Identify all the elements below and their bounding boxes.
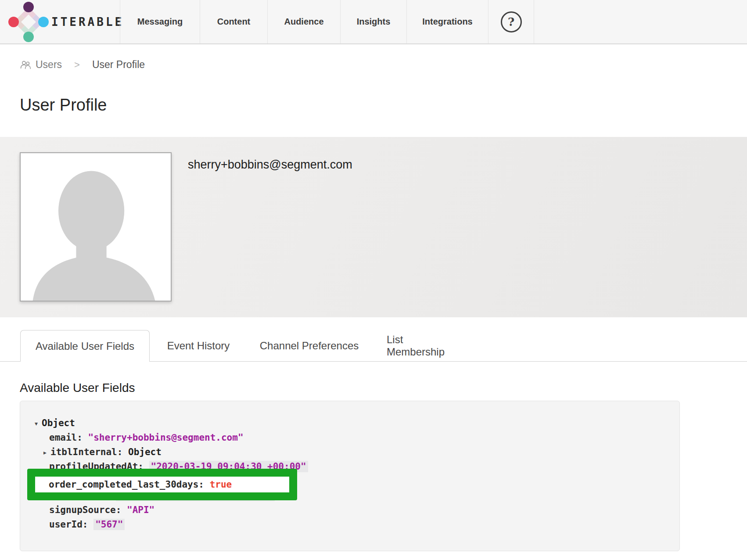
tree-line-email: email: "sherry+bobbins@segment.com"	[20, 431, 679, 445]
section-heading: Available User Fields	[20, 381, 135, 395]
tab-event-history[interactable]: Event History	[165, 330, 232, 361]
person-silhouette-icon	[21, 153, 171, 301]
breadcrumb-users-link[interactable]: Users	[20, 59, 62, 71]
user-profile-page: ITERABLE Messaging Content Audience Insi…	[0, 0, 747, 560]
logo-dot-red	[8, 17, 19, 27]
tab-channel-preferences[interactable]: Channel Preferences	[256, 330, 362, 361]
tree-line-signupsource: signupSource: "API"	[20, 503, 679, 517]
help-button[interactable]: ?	[488, 0, 534, 43]
chevron-right-icon: >	[74, 59, 80, 71]
top-nav: ITERABLE Messaging Content Audience Insi…	[0, 0, 747, 44]
nav-item-messaging[interactable]: Messaging	[120, 0, 200, 43]
breadcrumb-current: User Profile	[92, 59, 145, 71]
tree-line-object-root: ▾Object	[20, 416, 679, 431]
tree-line-userid: userId: "567"	[20, 517, 679, 532]
tree-line-itblinternal: ▸itblInternal: Object	[20, 445, 679, 459]
logo-dot-blue	[38, 17, 49, 27]
brand-logo[interactable]: ITERABLE	[0, 0, 120, 43]
help-icon: ?	[501, 11, 522, 32]
iterable-logo-icon	[11, 4, 46, 39]
collapse-arrow-icon[interactable]: ▾	[35, 416, 38, 431]
highlighted-field-line: order_completed_last_30days: true	[35, 477, 289, 492]
nav-item-insights[interactable]: Insights	[340, 0, 406, 43]
nav-item-audience[interactable]: Audience	[267, 0, 340, 43]
users-icon	[20, 60, 32, 69]
expand-arrow-icon[interactable]: ▸	[43, 445, 47, 460]
highlight-annotation-box: order_completed_last_30days: true	[27, 469, 297, 500]
user-email: sherry+bobbins@segment.com	[188, 158, 352, 172]
tab-list-membership[interactable]: List Membership	[387, 330, 462, 361]
avatar	[20, 152, 172, 302]
nav-item-content[interactable]: Content	[200, 0, 267, 43]
breadcrumb-users-label: Users	[36, 59, 62, 71]
logo-dot-purple	[23, 2, 34, 12]
logo-dot-teal	[23, 32, 34, 42]
nav-item-integrations[interactable]: Integrations	[406, 0, 488, 43]
brand-wordmark: ITERABLE	[51, 15, 124, 29]
tab-available-user-fields[interactable]: Available User Fields	[20, 330, 150, 362]
profile-tabs: Available User Fields Event History Chan…	[0, 330, 747, 362]
page-title: User Profile	[20, 96, 107, 115]
breadcrumb: Users > User Profile	[20, 59, 145, 71]
profile-hero: sherry+bobbins@segment.com	[0, 137, 747, 317]
